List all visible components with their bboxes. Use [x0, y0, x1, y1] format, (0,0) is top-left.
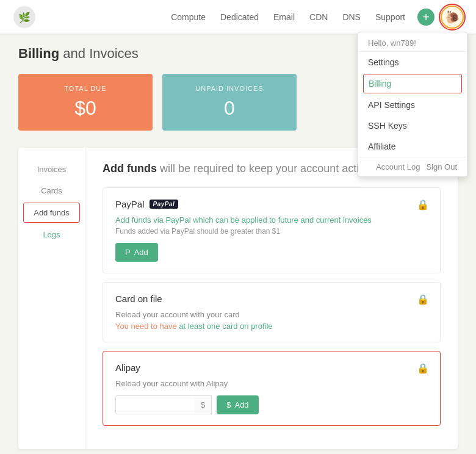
content-area: Add funds will be required to keep your …	[85, 148, 458, 449]
paypal-section: 🔒 PayPal PayPal Add funds via PayPal whi…	[103, 187, 441, 273]
alipay-add-button[interactable]: $ Add	[217, 395, 258, 414]
sign-out-link[interactable]: Sign Out	[426, 162, 457, 171]
header: 🌿 Compute Dedicated Email CDN DNS Suppor…	[0, 0, 476, 34]
dropdown-ssh-keys[interactable]: SSH Keys	[358, 115, 467, 136]
paypal-desc: Add funds via PayPal which can be applie…	[115, 215, 428, 225]
nav-compute[interactable]: Compute	[171, 12, 206, 22]
unpaid-invoices-value: 0	[175, 97, 284, 120]
card-warning: You need to have at least one card on pr…	[115, 322, 428, 331]
svg-text:🌿: 🌿	[18, 11, 31, 23]
sidebar-item-logs[interactable]: Logs	[18, 225, 85, 244]
user-dropdown: Hello, wn789! Settings Billing API Setti…	[358, 32, 467, 177]
avatar-button[interactable]: 🐌	[441, 5, 464, 29]
alipay-input-row: $ $ Add	[115, 395, 428, 414]
paypal-title: PayPal PayPal	[115, 199, 428, 209]
sidebar-item-add-funds[interactable]: Add funds	[23, 203, 80, 223]
alipay-sub: Reload your account with Alipay	[115, 379, 428, 388]
sidebar: Invoices Cards Add funds Logs	[18, 148, 85, 449]
alipay-dollar-icon: $	[226, 400, 231, 409]
sidebar-item-cards[interactable]: Cards	[18, 181, 85, 200]
snail-icon: 🐌	[445, 10, 460, 24]
paypal-badge: PayPal	[150, 200, 179, 209]
paypal-p-icon: P	[125, 248, 131, 257]
dropdown-api-settings[interactable]: API Settings	[358, 95, 467, 115]
logo: 🌿	[12, 5, 37, 29]
alipay-lock-icon: 🔒	[417, 362, 429, 374]
alipay-section: 🔒 Alipay Reload your account with Alipay…	[103, 351, 441, 426]
nav-support[interactable]: Support	[375, 12, 405, 22]
sidebar-item-invoices[interactable]: Invoices	[18, 160, 85, 179]
dropdown-settings[interactable]: Settings	[358, 52, 467, 73]
total-due-card: TOTAL DUE $0	[18, 74, 153, 131]
header-actions: + 🐌	[417, 5, 464, 29]
paypal-add-button[interactable]: P Add	[115, 243, 158, 262]
card-title: Card on file	[115, 294, 428, 304]
paypal-lock-icon: 🔒	[417, 199, 429, 211]
card-sub: Reload your account with your card	[115, 310, 428, 319]
dropdown-greeting: Hello, wn789!	[358, 32, 467, 52]
dropdown-billing[interactable]: Billing	[363, 74, 462, 93]
account-log-link[interactable]: Account Log	[376, 162, 420, 171]
alipay-amount-input[interactable]	[115, 395, 195, 414]
unpaid-invoices-card: UNPAID INVOICES 0	[162, 74, 297, 131]
unpaid-invoices-label: UNPAID INVOICES	[175, 85, 284, 92]
card-lock-icon: 🔒	[417, 294, 429, 305]
nav-dns[interactable]: DNS	[342, 12, 361, 22]
nav-dedicated[interactable]: Dedicated	[220, 12, 259, 22]
dollar-suffix: $	[195, 395, 212, 414]
main-layout: Invoices Cards Add funds Logs Add funds …	[18, 148, 458, 449]
nav-email[interactable]: Email	[273, 12, 295, 22]
main-nav: Compute Dedicated Email CDN DNS Support	[171, 12, 405, 22]
dropdown-affiliate[interactable]: Affiliate	[358, 136, 467, 157]
card-section: 🔒 Card on file Reload your account with …	[103, 282, 441, 342]
card-warning-link[interactable]: at least one card on profile	[179, 322, 272, 331]
alipay-title: Alipay	[115, 362, 428, 373]
total-due-label: TOTAL DUE	[31, 85, 140, 92]
nav-cdn[interactable]: CDN	[309, 12, 328, 22]
dropdown-footer: Account Log Sign Out	[358, 157, 467, 176]
total-due-value: $0	[31, 97, 140, 120]
paypal-note: Funds added via PayPal should be greater…	[115, 227, 428, 236]
add-button[interactable]: +	[417, 9, 435, 26]
